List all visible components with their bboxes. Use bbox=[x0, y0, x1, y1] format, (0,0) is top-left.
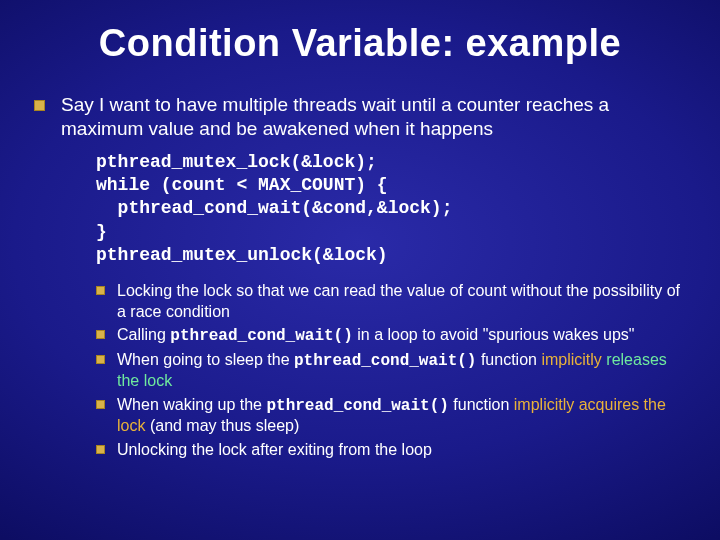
sub-text: Unlocking the lock after exiting from th… bbox=[117, 440, 432, 460]
slide-title: Condition Variable: example bbox=[34, 22, 686, 65]
bullet-icon bbox=[96, 400, 105, 409]
sub-text: Locking the lock so that we can read the… bbox=[117, 281, 686, 322]
sub-bullet-3: When going to sleep the pthread_cond_wai… bbox=[96, 350, 686, 392]
sub-bullet-list: Locking the lock so that we can read the… bbox=[96, 281, 686, 460]
bullet-icon bbox=[96, 355, 105, 364]
bullet-icon bbox=[96, 330, 105, 339]
sub-text: When waking up the pthread_cond_wait() f… bbox=[117, 395, 686, 437]
accent-text: implicitly bbox=[541, 351, 601, 368]
text-frag: function bbox=[449, 396, 514, 413]
text-frag: function bbox=[476, 351, 541, 368]
inline-code: pthread_cond_wait() bbox=[170, 327, 352, 345]
text-frag: When going to sleep the bbox=[117, 351, 294, 368]
sub-bullet-4: When waking up the pthread_cond_wait() f… bbox=[96, 395, 686, 437]
bullet-icon bbox=[96, 286, 105, 295]
text-frag: Calling bbox=[117, 326, 170, 343]
bullet-icon bbox=[34, 100, 45, 111]
inline-code: pthread_cond_wait() bbox=[294, 352, 476, 370]
text-frag: When waking up the bbox=[117, 396, 266, 413]
sub-text: When going to sleep the pthread_cond_wai… bbox=[117, 350, 686, 392]
bullet-icon bbox=[96, 445, 105, 454]
sub-bullet-2: Calling pthread_cond_wait() in a loop to… bbox=[96, 325, 686, 346]
sub-bullet-1: Locking the lock so that we can read the… bbox=[96, 281, 686, 322]
sub-text: Calling pthread_cond_wait() in a loop to… bbox=[117, 325, 635, 346]
lead-text: Say I want to have multiple threads wait… bbox=[61, 93, 686, 141]
inline-code: pthread_cond_wait() bbox=[266, 397, 448, 415]
sub-bullet-5: Unlocking the lock after exiting from th… bbox=[96, 440, 686, 460]
text-frag: in a loop to avoid "spurious wakes ups" bbox=[353, 326, 635, 343]
code-block: pthread_mutex_lock(&lock); while (count … bbox=[96, 151, 686, 268]
slide: Condition Variable: example Say I want t… bbox=[0, 0, 720, 540]
text-frag: (and may thus sleep) bbox=[145, 417, 299, 434]
lead-bullet: Say I want to have multiple threads wait… bbox=[34, 93, 686, 141]
